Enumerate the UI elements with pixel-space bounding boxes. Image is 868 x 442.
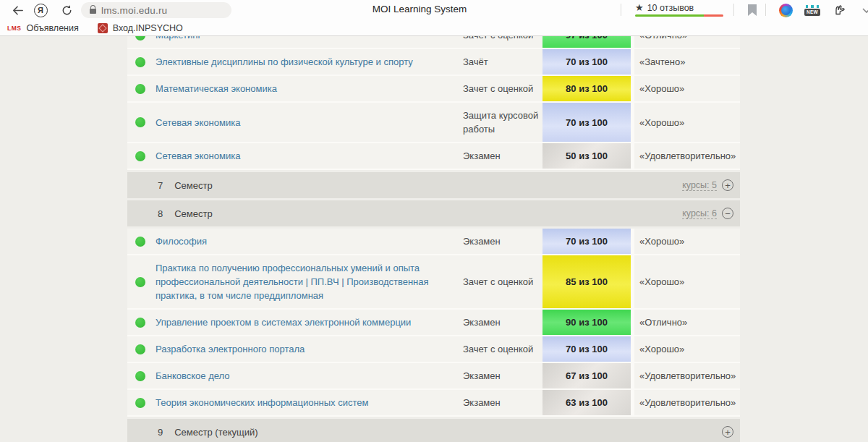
score-cell: 80 из 100 — [542, 76, 631, 101]
reviews-count: 10 отзывов — [647, 3, 694, 13]
course-row: Философия Экзамен 70 из 100 «Хорошо» — [127, 229, 740, 255]
semester-courses-link[interactable]: курсы: 6 — [682, 208, 717, 219]
course-link[interactable]: Теория экономических информационных сист… — [156, 396, 368, 409]
semester-number: 7 — [158, 180, 163, 191]
course-status-dot — [135, 318, 145, 328]
grade-text: «Хорошо» — [634, 103, 740, 142]
course-link[interactable]: Элективные дисциплины по физической куль… — [156, 55, 413, 69]
bookmark-flag-icon — [748, 4, 757, 16]
score-cell: 85 из 100 — [542, 255, 631, 308]
expand-toggle-icon[interactable]: + — [722, 426, 733, 438]
score-cell: 70 из 100 — [542, 336, 631, 362]
course-row: Банковское дело Экзамен 67 из 100 «Удовл… — [127, 363, 740, 390]
course-row: Управление проектом в системах электронн… — [127, 310, 740, 336]
score-cell: 50 из 100 — [542, 143, 631, 169]
score-cell: 97 из 100 — [542, 36, 631, 48]
grade-text: «Зачтено» — [634, 49, 740, 75]
lock-icon — [90, 9, 96, 14]
refresh-icon — [61, 4, 73, 17]
extension-new-badge-icon[interactable]: NEW — [803, 1, 822, 19]
score-cell: 67 из 100 — [542, 363, 631, 388]
bookmarks-bar: LMS Объявления Вход.INPSYCHO — [0, 20, 868, 35]
bookmark-login-inpsycho[interactable]: Вход.INPSYCHO — [98, 23, 183, 33]
course-row: Сетевая экономика Защита курсовой работы… — [127, 103, 740, 143]
page-title: MOI Learning System — [373, 4, 467, 14]
browser-toolbar: Я lms.moi.edu.ru MOI Learning System ★ 1… — [0, 0, 868, 36]
grade-text: «Хорошо» — [634, 76, 740, 101]
grade-text: «Хорошо» — [634, 336, 740, 362]
bookmark-flag-button[interactable] — [744, 2, 761, 18]
grade-text: «Хорошо» — [634, 255, 740, 308]
grade-text: «Хорошо» — [634, 229, 740, 254]
site-rating[interactable]: ★ 10 отзывов — [635, 2, 723, 17]
control-type-text: Экзамен — [463, 143, 542, 169]
control-type-text: Экзамен — [463, 363, 542, 388]
semester-number: 8 — [158, 208, 163, 219]
course-row: Маркетинг Зачет с оценкой 97 из 100 «Отл… — [127, 36, 740, 49]
grade-text: «Удовлетворительно» — [634, 143, 740, 169]
lms-favicon: LMS — [7, 25, 21, 32]
course-row: Теория экономических информационных сист… — [127, 390, 740, 417]
grade-text: «Удовлетворительно» — [634, 390, 740, 415]
control-type-text: Зачет с оценкой — [463, 36, 542, 48]
control-type-text: Зачет с оценкой — [463, 336, 542, 362]
course-link[interactable]: Математическая экономика — [156, 82, 277, 95]
back-arrow-icon — [11, 4, 25, 17]
course-link[interactable]: Банковское дело — [156, 369, 230, 383]
control-type-text: Зачет с оценкой — [463, 76, 542, 101]
semester-courses-link[interactable]: курсы: 5 — [682, 180, 717, 191]
semester-label: Семестр — [174, 180, 212, 191]
extension-globe-icon[interactable] — [777, 2, 794, 18]
course-row: Практика по получению профессиональных у… — [127, 255, 740, 310]
control-type-text: Экзамен — [463, 310, 542, 335]
rating-bar — [635, 14, 723, 17]
expand-toggle-icon[interactable]: − — [722, 208, 733, 219]
control-type-text: Защита курсовой работы — [463, 103, 542, 142]
course-status-dot — [135, 36, 145, 41]
expand-toggle-icon[interactable]: + — [722, 179, 733, 191]
semester-header-row: 9 Семестр (текущий) + — [127, 419, 740, 442]
course-status-dot — [135, 398, 145, 408]
course-row: Сетевая экономика Экзамен 50 из 100 «Удо… — [127, 143, 740, 170]
score-cell: 63 из 100 — [542, 390, 631, 415]
chevron-down-icon[interactable] — [859, 2, 868, 18]
yandex-browser-icon[interactable]: Я — [32, 2, 49, 18]
grade-text: «Отлично» — [634, 310, 740, 335]
course-status-dot — [135, 344, 145, 354]
score-cell: 90 из 100 — [542, 310, 631, 335]
course-link[interactable]: Практика по получению профессиональных у… — [156, 261, 450, 302]
refresh-button[interactable] — [58, 2, 75, 18]
score-cell: 70 из 100 — [542, 229, 631, 254]
course-status-dot — [135, 57, 145, 67]
star-icon: ★ — [635, 2, 644, 13]
course-link[interactable]: Сетевая экономика — [156, 149, 240, 163]
course-link[interactable]: Разработка электронного портала — [156, 342, 305, 356]
collections-hand-icon[interactable] — [830, 2, 848, 18]
back-button[interactable] — [9, 2, 26, 18]
course-status-dot — [135, 371, 145, 381]
toolbar-divider — [765, 4, 766, 16]
course-status-dot — [135, 151, 145, 161]
control-type-text: Экзамен — [463, 229, 542, 254]
semester-label: Семестр — [174, 208, 212, 219]
toolbar-divider — [733, 4, 734, 16]
semester-number: 9 — [158, 427, 163, 438]
course-status-dot — [135, 84, 145, 94]
score-cell: 70 из 100 — [542, 103, 631, 142]
browser-window: Я lms.moi.edu.ru MOI Learning System ★ 1… — [0, 0, 868, 442]
toolbar-divider — [621, 4, 621, 16]
course-link[interactable]: Управление проектом в системах электронн… — [156, 315, 411, 329]
course-link[interactable]: Маркетинг — [156, 36, 201, 42]
url-text: lms.moi.edu.ru — [101, 5, 167, 16]
course-row: Разработка электронного портала Зачет с … — [127, 336, 740, 363]
bookmark-announcements[interactable]: LMS Объявления — [7, 23, 79, 33]
course-link[interactable]: Сетевая экономика — [156, 116, 240, 129]
course-row: Элективные дисциплины по физической куль… — [127, 49, 740, 76]
grades-table: Маркетинг Зачет с оценкой 97 из 100 «Отл… — [127, 36, 740, 442]
course-link[interactable]: Философия — [156, 234, 207, 248]
emblem-favicon — [98, 23, 108, 33]
semester-label: Семестр (текущий) — [174, 427, 258, 438]
control-type-text: Зачёт — [463, 49, 542, 75]
address-bar[interactable]: lms.moi.edu.ru — [81, 2, 231, 18]
score-cell: 70 из 100 — [542, 49, 631, 75]
